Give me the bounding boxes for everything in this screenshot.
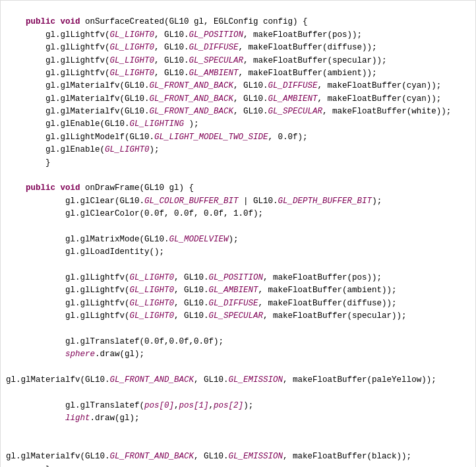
code-token: , GL10. bbox=[194, 452, 229, 461]
code-token: , GL10. bbox=[154, 30, 189, 40]
code-token: gl.glMaterialfv(GL10. bbox=[6, 107, 150, 116]
code-line: public void onDrawFrame(GL10 gl) { bbox=[1, 182, 475, 195]
code-token: gl.glLightfv( bbox=[6, 286, 130, 295]
code-token: GL_LIGHT0 bbox=[110, 69, 155, 78]
code-token: , GL10. bbox=[174, 311, 209, 321]
code-token: , GL10. bbox=[154, 69, 189, 78]
code-token: GL_FRONT_AND_BACK bbox=[110, 375, 194, 385]
code-line: gl.glMaterialfv(GL10.GL_FRONT_AND_BACK, … bbox=[1, 374, 475, 387]
code-token: , makeFloatBuffer(white)); bbox=[322, 107, 451, 116]
code-line: gl.glLightfv(GL_LIGHT0, GL10.GL_SPECULAR… bbox=[1, 310, 475, 323]
code-token: gl.glTranslatef(0.0f,0.0f,0.0f); bbox=[6, 337, 223, 346]
code-line: } bbox=[1, 464, 475, 468]
code-token: GL_EMISSION bbox=[229, 452, 283, 461]
code-line: gl.glMaterialfv(GL10.GL_FRONT_AND_BACK, … bbox=[1, 93, 475, 106]
code-line bbox=[1, 425, 475, 437]
code-token bbox=[55, 17, 61, 26]
code-token: GL_DIFFUSE bbox=[189, 43, 239, 52]
code-token: , makeFloatBuffer(specular)); bbox=[263, 311, 407, 321]
code-token: onDrawFrame(GL10 gl) { bbox=[80, 183, 194, 193]
code-token: , makeFloatBuffer(pos)); bbox=[243, 30, 362, 40]
code-token: GL_SPECULAR bbox=[189, 56, 244, 65]
code-token: GL_POSITION bbox=[209, 273, 264, 282]
code-token bbox=[6, 414, 65, 423]
code-token: GL_FRONT_AND_BACK bbox=[110, 452, 194, 461]
code-token: GL_DIFFUSE bbox=[209, 299, 258, 308]
code-token: gl.glLightfv( bbox=[6, 311, 130, 321]
code-line: gl.glMaterialfv(GL10.GL_FRONT_AND_BACK, … bbox=[1, 80, 475, 92]
code-token bbox=[6, 183, 26, 193]
code-line: gl.glLightfv(GL_LIGHT0, GL10.GL_SPECULAR… bbox=[1, 55, 475, 67]
code-token: gl.glLightfv( bbox=[6, 273, 130, 282]
code-token: , GL10. bbox=[233, 107, 268, 116]
code-token: gl.glMaterialfv(GL10. bbox=[6, 81, 150, 90]
code-token: gl.glLightfv( bbox=[6, 69, 110, 78]
code-token: GL_SPECULAR bbox=[268, 107, 323, 116]
code-token: ); bbox=[229, 235, 239, 244]
code-line: gl.glLoadIdentity(); bbox=[1, 246, 475, 259]
code-token: GL_LIGHT0 bbox=[130, 311, 175, 321]
code-token: gl.glClear(GL10. bbox=[6, 197, 144, 206]
code-token: ); bbox=[184, 119, 199, 129]
code-token: ); bbox=[150, 145, 160, 154]
code-token: GL_LIGHT0 bbox=[110, 43, 155, 52]
code-token: pos[2] bbox=[214, 401, 243, 410]
code-token: ); bbox=[243, 401, 253, 410]
code-token: GL_DIFFUSE bbox=[268, 81, 318, 90]
code-token: gl.glMatrixMode(GL10. bbox=[6, 235, 169, 244]
code-token: GL_AMBIENT bbox=[189, 69, 239, 78]
code-line: gl.glLightfv(GL_LIGHT0, GL10.GL_AMBIENT,… bbox=[1, 67, 475, 80]
code-token: GL_AMBIENT bbox=[268, 94, 318, 104]
code-token: pos[0] bbox=[144, 401, 174, 410]
code-token: GL_MODELVIEW bbox=[169, 235, 229, 244]
code-token: GL_LIGHT0 bbox=[110, 30, 155, 40]
code-token: , makeFloatBuffer(specular)); bbox=[243, 56, 387, 65]
code-token: .draw(gl); bbox=[95, 350, 144, 359]
code-token: gl.glLightfv( bbox=[6, 43, 110, 52]
code-token: GL_EMISSION bbox=[229, 375, 283, 385]
code-line: sphere.draw(gl); bbox=[1, 348, 475, 361]
code-token: onSurfaceCreated(GL10 gl, EGLConfig conf… bbox=[80, 17, 308, 26]
code-token: gl.glEnable(GL10. bbox=[6, 119, 130, 129]
code-line bbox=[1, 323, 475, 335]
code-token: GL_LIGHT_MODEL_TWO_SIDE bbox=[154, 133, 268, 142]
code-token: pos[1] bbox=[179, 401, 209, 410]
code-line: gl.glEnable(GL_LIGHT0); bbox=[1, 144, 475, 156]
code-token: gl.glLightfv( bbox=[6, 299, 130, 308]
code-token: , makeFloatBuffer(cyan)); bbox=[318, 81, 442, 90]
code-line: gl.glLightfv(GL_LIGHT0, GL10.GL_DIFFUSE,… bbox=[1, 42, 475, 54]
code-line: gl.glLightfv(GL_LIGHT0, GL10.GL_AMBIENT,… bbox=[1, 284, 475, 297]
code-token: , makeFloatBuffer(diffuse)); bbox=[258, 299, 397, 308]
code-line: gl.glClear(GL10.GL_COLOR_BUFFER_BIT | GL… bbox=[1, 195, 475, 208]
code-token: , makeFloatBuffer(ambient)); bbox=[258, 286, 397, 295]
code-token: gl.glMaterialfv(GL10. bbox=[6, 375, 110, 385]
code-token: GL_SPECULAR bbox=[209, 311, 264, 321]
code-token: GL_DEPTH_BUFFER_BIT bbox=[278, 197, 372, 206]
code-line: light.draw(gl); bbox=[1, 412, 475, 425]
code-line: gl.glLightModelf(GL10.GL_LIGHT_MODEL_TWO… bbox=[1, 131, 475, 144]
code-token: gl.glLoadIdentity(); bbox=[6, 247, 164, 257]
code-line bbox=[1, 387, 475, 399]
code-token: void bbox=[61, 183, 80, 193]
code-token bbox=[6, 350, 65, 359]
code-line: gl.glClearColor(0.0f, 0.0f, 0.0f, 1.0f); bbox=[1, 208, 475, 220]
code-line: gl.glLightfv(GL_LIGHT0, GL10.GL_DIFFUSE,… bbox=[1, 297, 475, 310]
code-token: , makeFloatBuffer(paleYellow)); bbox=[283, 375, 436, 385]
code-line: gl.glMaterialfv(GL10.GL_FRONT_AND_BACK, … bbox=[1, 451, 475, 463]
code-token: , GL10. bbox=[174, 299, 209, 308]
code-token: , GL10. bbox=[154, 43, 189, 52]
code-line: gl.glTranslatef(pos[0],pos[1],pos[2]); bbox=[1, 400, 475, 412]
code-token: GL_LIGHT0 bbox=[130, 273, 175, 282]
code-line: } bbox=[1, 157, 475, 170]
code-token: gl.glEnable( bbox=[6, 145, 105, 154]
code-line: gl.glEnable(GL10.GL_LIGHTING ); bbox=[1, 118, 475, 131]
code-token: gl.glLightfv( bbox=[6, 30, 110, 40]
code-editor: public void onSurfaceCreated(GL10 gl, EG… bbox=[0, 0, 476, 467]
code-token: GL_LIGHT0 bbox=[105, 145, 150, 154]
code-token: , GL10. bbox=[194, 375, 229, 385]
code-token: public bbox=[26, 183, 55, 193]
code-token: , makeFloatBuffer(cyan)); bbox=[318, 94, 442, 104]
code-token: GL_LIGHTING bbox=[130, 119, 185, 129]
code-line: gl.glLightfv(GL_LIGHT0, GL10.GL_POSITION… bbox=[1, 272, 475, 284]
code-token: , bbox=[174, 401, 179, 410]
